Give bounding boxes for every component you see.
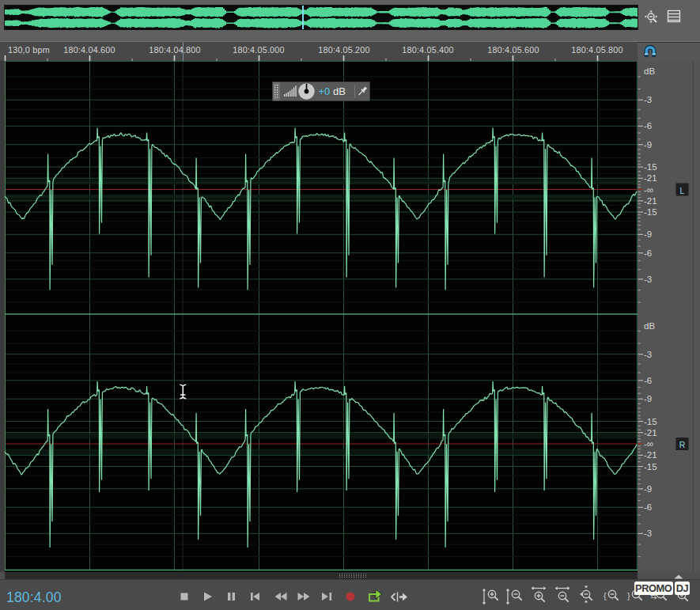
svg-text:-9: -9 (644, 484, 652, 494)
svg-text:-9: -9 (644, 394, 652, 404)
svg-text:-21: -21 (644, 196, 657, 206)
svg-text:-3: -3 (644, 275, 652, 284)
svg-text:-3: -3 (644, 529, 652, 538)
svg-text:-15: -15 (644, 207, 657, 217)
svg-text:dB: dB (644, 321, 655, 331)
svg-text:R: R (679, 440, 686, 449)
svg-text:+0: +0 (319, 85, 331, 97)
svg-text:-3: -3 (644, 350, 652, 359)
svg-text:-6: -6 (644, 121, 652, 131)
svg-text:-6: -6 (644, 502, 652, 512)
svg-text:-∞: -∞ (644, 185, 653, 195)
svg-text:-15: -15 (644, 417, 657, 426)
svg-text:-21: -21 (644, 173, 657, 183)
svg-text:L: L (680, 186, 685, 195)
svg-text:{: { (604, 591, 607, 601)
svg-text:dB: dB (333, 85, 346, 97)
svg-text:-15: -15 (644, 462, 657, 472)
svg-text:-3: -3 (644, 95, 652, 104)
svg-text:-21: -21 (644, 428, 657, 438)
svg-text:-6: -6 (644, 376, 652, 385)
svg-text:-6: -6 (644, 248, 652, 258)
svg-text:}: } (627, 591, 630, 601)
svg-text:-15: -15 (644, 162, 657, 172)
svg-text:-∞: -∞ (644, 439, 653, 449)
svg-text:-9: -9 (644, 140, 652, 150)
svg-text:-9: -9 (644, 229, 652, 239)
svg-text:dB: dB (644, 66, 655, 76)
svg-text:-21: -21 (644, 450, 657, 460)
